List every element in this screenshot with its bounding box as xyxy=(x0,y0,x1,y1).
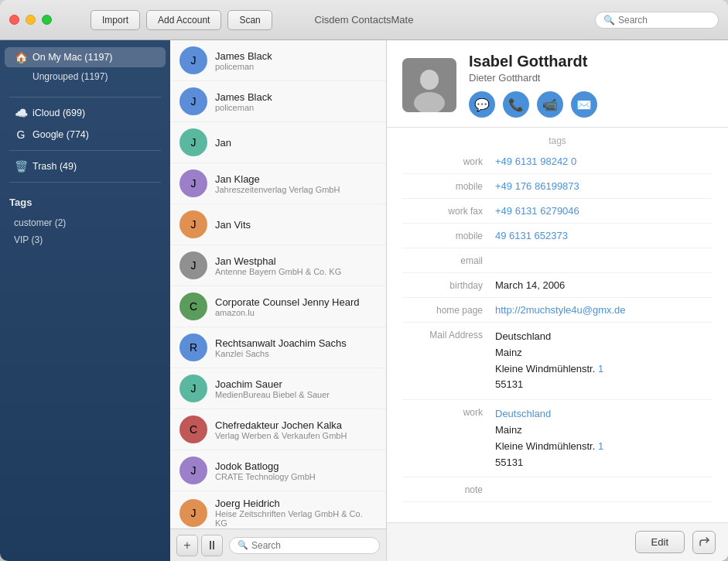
contact-list-footer: + ⏸ 🔍 xyxy=(170,529,386,561)
sidebar-item-ungrouped[interactable]: Ungrouped (1197) xyxy=(5,68,166,85)
contact-info: Jan Westphal Antenne Bayern GmbH & Co. K… xyxy=(215,255,377,276)
list-item[interactable]: J Joachim Sauer MedienBureau Biebel & Sa… xyxy=(170,368,386,409)
avatar-letter: J xyxy=(191,382,197,395)
app-title: Cisdem ContactsMate xyxy=(315,14,414,26)
scan-button[interactable]: Scan xyxy=(227,10,272,30)
avatar-letter: C xyxy=(190,300,197,313)
detail-row-mail-address: Mail Address DeutschlandMainzKleine Wind… xyxy=(402,323,713,400)
close-button[interactable] xyxy=(9,15,19,25)
contact-name: Jan Vits xyxy=(215,219,377,231)
list-item[interactable]: J Jodok Batlogg CRATE Technology GmbH xyxy=(170,450,386,491)
avatar-letter: J xyxy=(191,136,197,149)
import-button[interactable]: Import xyxy=(91,10,140,30)
list-item[interactable]: J Jan Klage Jahreszeitenverlag Verlag Gm… xyxy=(170,163,386,204)
detail-footer: Edit xyxy=(387,522,728,561)
contact-subtitle: Jahreszeitenverlag Verlag GmbH xyxy=(215,185,377,194)
main-area: 🏠 On My Mac (1197) Ungrouped (1197) ☁️ i… xyxy=(0,40,728,561)
contact-name: Rechtsanwalt Joachim Sachs xyxy=(215,337,377,349)
list-item[interactable]: J James Black policeman xyxy=(170,40,386,81)
contact-list-body: J James Black policeman J James Black po… xyxy=(170,40,386,529)
sidebar-trash-label: Trash (49) xyxy=(32,161,156,172)
field-label: email xyxy=(402,255,495,266)
avatar: J xyxy=(179,210,207,238)
avatar: J xyxy=(179,251,207,279)
detail-name-block: Isabel Gotthardt Dieter Gotthardt 💬 📞 📹 … xyxy=(469,53,597,118)
detail-header: Isabel Gotthardt Dieter Gotthardt 💬 📞 📹 … xyxy=(387,40,728,128)
field-label: note xyxy=(402,484,495,495)
share-button[interactable] xyxy=(692,531,716,554)
list-item[interactable]: J Jan xyxy=(170,122,386,163)
field-value: DeutschlandMainzKleine Windmühlenstr. 15… xyxy=(495,406,713,470)
phone-action-button[interactable]: 📞 xyxy=(503,91,529,118)
sidebar-tag-customer[interactable]: customer (2) xyxy=(9,214,161,231)
email-action-button[interactable]: ✉️ xyxy=(571,91,597,118)
sidebar-tags-title: Tags xyxy=(9,197,161,208)
footer-search-icon: 🔍 xyxy=(238,540,248,550)
avatar: J xyxy=(179,46,207,74)
sidebar-item-trash[interactable]: 🗑️ Trash (49) xyxy=(5,156,166,176)
sidebar-section-mac: 🏠 On My Mac (1197) Ungrouped (1197) xyxy=(0,40,170,92)
field-value[interactable]: http://2muchstyle4u@gmx.de xyxy=(495,304,713,316)
contact-info: Jan xyxy=(215,137,377,149)
contact-info: Jan Klage Jahreszeitenverlag Verlag GmbH xyxy=(215,173,377,194)
sidebar-item-icloud[interactable]: ☁️ iCloud (699) xyxy=(5,103,166,123)
detail-avatar-inner xyxy=(402,58,456,112)
list-item[interactable]: R Rechtsanwalt Joachim Sachs Kanzlei Sac… xyxy=(170,327,386,368)
contact-name: Corporate Counsel Jenny Heard xyxy=(215,296,377,308)
add-account-button[interactable]: Add Account xyxy=(146,10,221,30)
avatar: J xyxy=(179,457,207,484)
avatar: C xyxy=(179,416,207,443)
list-item[interactable]: J Jan Westphal Antenne Bayern GmbH & Co.… xyxy=(170,245,386,286)
trash-icon: 🗑️ xyxy=(14,160,28,173)
sidebar-item-on-my-mac[interactable]: 🏠 On My Mac (1197) xyxy=(5,47,166,67)
message-action-button[interactable]: 💬 xyxy=(469,91,495,118)
contact-subtitle: Antenne Bayern GmbH & Co. KG xyxy=(215,267,377,276)
field-value: +49 6131 98242 0 xyxy=(495,156,713,167)
sidebar-item-google[interactable]: G Google (774) xyxy=(5,125,166,145)
avatar-letter: C xyxy=(190,423,197,436)
contact-subtitle: policeman xyxy=(215,103,377,112)
contact-subtitle: amazon.lu xyxy=(215,308,377,317)
footer-search-input[interactable] xyxy=(251,540,371,551)
list-item[interactable]: J Joerg Heidrich Heise Zeitschriften Ver… xyxy=(170,491,386,529)
list-item[interactable]: C Chefredakteur Jochen Kalka Verlag Werb… xyxy=(170,409,386,450)
detail-row-work-phone: work +49 6131 98242 0 xyxy=(402,149,713,174)
search-icon: 🔍 xyxy=(603,15,615,26)
search-input[interactable] xyxy=(618,15,711,26)
contact-info: Jodok Batlogg CRATE Technology GmbH xyxy=(215,460,377,481)
avatar: J xyxy=(179,169,207,197)
list-item[interactable]: C Corporate Counsel Jenny Heard amazon.l… xyxy=(170,286,386,327)
minimize-button[interactable] xyxy=(26,15,36,25)
traffic-lights xyxy=(9,15,52,25)
detail-row-work-fax: work fax +49 6131 6279046 xyxy=(402,199,713,224)
detail-subtitle: Dieter Gotthardt xyxy=(469,72,597,84)
add-contact-button[interactable]: + xyxy=(176,535,198,556)
avatar: J xyxy=(179,375,207,402)
avatar: C xyxy=(179,292,207,320)
contact-subtitle: policeman xyxy=(215,62,377,71)
contact-info: Joerg Heidrich Heise Zeitschriften Verla… xyxy=(215,498,377,528)
edit-button[interactable]: Edit xyxy=(635,531,685,553)
avatar-letter: R xyxy=(190,341,197,354)
field-label: mobile xyxy=(402,180,495,192)
contact-subtitle: Verlag Werben & Verkaufen GmbH xyxy=(215,431,377,440)
avatar-letter: J xyxy=(191,259,197,272)
icloud-icon: ☁️ xyxy=(14,107,28,119)
pause-button[interactable]: ⏸ xyxy=(201,535,223,556)
avatar-letter: J xyxy=(191,54,197,67)
app-window: Import Add Account Scan Cisdem ContactsM… xyxy=(0,0,728,561)
list-item[interactable]: J James Black policeman xyxy=(170,81,386,122)
maximize-button[interactable] xyxy=(42,15,52,25)
detail-row-mobile: mobile +49 176 86199873 xyxy=(402,174,713,199)
tags-section-label: tags xyxy=(402,128,713,149)
field-label: mobile xyxy=(402,230,495,241)
list-item[interactable]: J Jan Vits xyxy=(170,204,386,245)
sidebar-tag-vip[interactable]: VIP (3) xyxy=(9,231,161,248)
video-action-button[interactable]: 📹 xyxy=(537,91,563,118)
avatar-letter: J xyxy=(191,507,197,519)
field-value: +49 6131 6279046 xyxy=(495,205,713,217)
contact-subtitle: Heise Zeitschriften Verlag GmbH & Co. KG xyxy=(215,509,377,528)
sidebar-divider-3 xyxy=(9,182,161,183)
avatar-letter: J xyxy=(191,177,197,190)
detail-panel: Isabel Gotthardt Dieter Gotthardt 💬 📞 📹 … xyxy=(387,40,728,561)
